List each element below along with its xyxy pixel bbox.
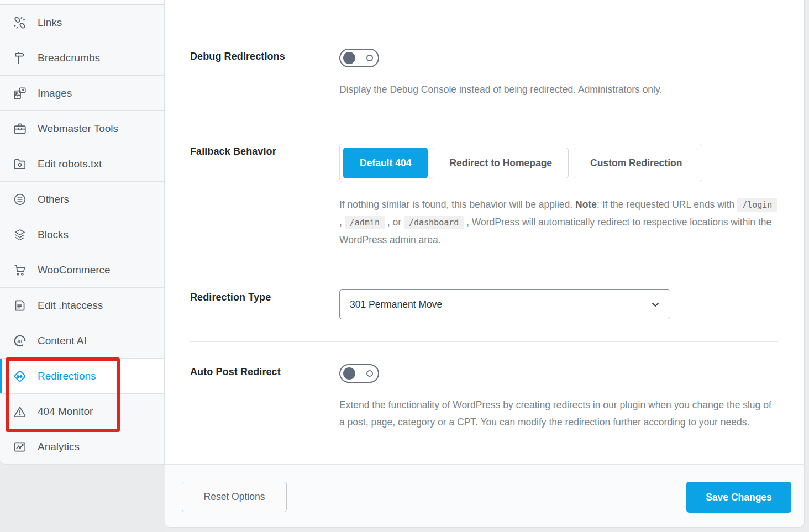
- svg-text:ai: ai: [17, 337, 22, 344]
- content-ai-icon: ai: [12, 333, 28, 349]
- toolbox-icon: [12, 121, 28, 136]
- toggle-knob: [343, 367, 355, 380]
- sidebar-item-redirections[interactable]: Redirections: [0, 358, 164, 393]
- auto-post-redirect-label: Auto Post Redirect: [190, 366, 339, 378]
- settings-sidebar: Links Breadcrumbs Images: [0, 0, 165, 532]
- sidebar-item-label: Webmaster Tools: [38, 123, 118, 135]
- auto-post-redirect-description: Extend the functionality of WordPress by…: [339, 397, 778, 431]
- sidebar-item-edit-htaccess[interactable]: Edit .htaccess: [0, 287, 164, 323]
- sidebar-item-blocks[interactable]: Blocks: [0, 217, 164, 252]
- fallback-behavior-button-group: Default 404 Redirect to Homepage Custom …: [339, 144, 702, 182]
- redirection-type-selected-value: 301 Permanent Move: [350, 299, 442, 310]
- sidebar-item-edit-robots[interactable]: Edit robots.txt: [0, 146, 164, 181]
- sidebar-item-label: Edit robots.txt: [38, 158, 102, 170]
- settings-footer: Reset Options Save Changes: [165, 464, 804, 527]
- fallback-option-custom-redirection[interactable]: Custom Redirection: [574, 148, 698, 178]
- sidebar-top-strip: [0, 0, 165, 4]
- debug-redirections-description: Display the Debug Console instead of bei…: [339, 81, 778, 98]
- debug-redirections-row: Debug Redirections Display the Debug Con…: [190, 49, 778, 98]
- section-divider: [190, 341, 778, 342]
- sidebar-item-content-ai[interactable]: ai Content AI: [0, 323, 164, 358]
- save-changes-button[interactable]: Save Changes: [686, 482, 791, 513]
- fallback-option-redirect-homepage[interactable]: Redirect to Homepage: [433, 148, 569, 178]
- sidebar-item-label: Blocks: [38, 229, 69, 241]
- file-lines-icon: [12, 298, 28, 313]
- sidebar-item-label: Others: [38, 193, 69, 206]
- cart-icon: [12, 262, 28, 278]
- sidebar-item-webmaster-tools[interactable]: Webmaster Tools: [0, 110, 164, 146]
- sidebar-nav: Links Breadcrumbs Images: [0, 4, 165, 465]
- sidebar-item-label: Analytics: [38, 441, 80, 453]
- sidebar-item-breadcrumbs[interactable]: Breadcrumbs: [0, 40, 164, 75]
- sidebar-item-analytics[interactable]: Analytics: [0, 429, 164, 464]
- reset-options-button[interactable]: Reset Options: [182, 482, 287, 512]
- sidebar-item-woocommerce[interactable]: WooCommerce: [0, 252, 164, 287]
- warning-icon: [12, 404, 28, 419]
- sidebar-item-label: Links: [38, 17, 62, 29]
- auto-post-redirect-row: Auto Post Redirect Extend the functional…: [190, 364, 778, 431]
- sidebar-item-label: Content AI: [38, 335, 87, 347]
- sidebar-item-others[interactable]: Others: [0, 181, 164, 217]
- fallback-behavior-label: Fallback Behavior: [190, 146, 339, 157]
- toggle-ring: [366, 370, 373, 377]
- broken-link-icon: [12, 15, 28, 30]
- fallback-behavior-row: Fallback Behavior Default 404 Redirect t…: [190, 144, 778, 249]
- robots-folder-icon: [12, 156, 28, 172]
- auto-post-redirect-toggle[interactable]: [339, 364, 379, 383]
- fallback-behavior-description: If nothing similar is found, this behavi…: [339, 196, 778, 249]
- signpost-icon: [12, 50, 28, 66]
- images-icon: [12, 86, 28, 101]
- toggle-ring: [366, 55, 373, 61]
- list-circle-icon: [12, 192, 28, 207]
- sidebar-item-label: Breadcrumbs: [38, 52, 100, 64]
- analytics-icon: [12, 439, 28, 455]
- layers-icon: [12, 227, 28, 243]
- redirection-type-label: Redirection Type: [190, 292, 339, 303]
- debug-redirections-toggle[interactable]: [339, 49, 379, 67]
- redirection-type-row: Redirection Type 301 Permanent Move: [190, 289, 778, 319]
- debug-redirections-label: Debug Redirections: [190, 51, 339, 62]
- settings-panel: Debug Redirections Display the Debug Con…: [165, 0, 805, 528]
- sidebar-item-images[interactable]: Images: [0, 75, 164, 110]
- sidebar-item-label: WooCommerce: [38, 264, 111, 276]
- toggle-knob: [343, 52, 355, 64]
- sidebar-item-label: 404 Monitor: [38, 405, 93, 418]
- redirection-type-select[interactable]: 301 Permanent Move: [339, 289, 670, 319]
- sidebar-item-label: Edit .htaccess: [38, 299, 103, 312]
- redirect-icon: [12, 368, 28, 384]
- sidebar-item-label: Redirections: [38, 370, 96, 382]
- section-divider: [190, 122, 778, 122]
- sidebar-item-404-monitor[interactable]: 404 Monitor: [0, 393, 164, 429]
- chevron-down-icon: [650, 299, 661, 310]
- fallback-option-default-404[interactable]: Default 404: [343, 148, 428, 178]
- sidebar-item-links[interactable]: Links: [0, 4, 164, 40]
- section-divider: [190, 267, 778, 267]
- sidebar-item-label: Images: [38, 87, 72, 99]
